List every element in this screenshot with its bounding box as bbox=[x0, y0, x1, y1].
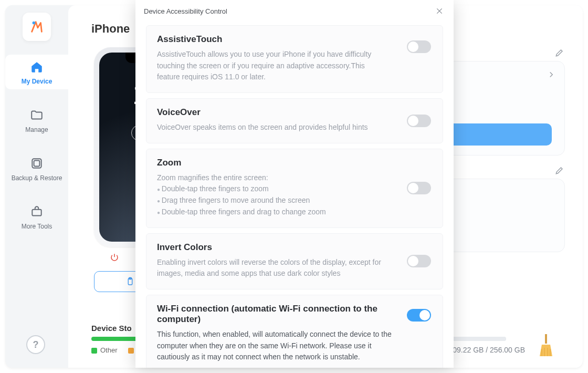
setting-assistivetouch: AssistiveTouch AssistiveTouch allows you… bbox=[146, 25, 443, 93]
setting-title: Wi-Fi connection (automatic Wi-Fi connec… bbox=[157, 304, 388, 325]
setting-bullet: Double-tap three fingers and drag to cha… bbox=[157, 206, 388, 218]
setting-desc: This function, when enabled, will automa… bbox=[157, 329, 404, 363]
setting-title: AssistiveTouch bbox=[157, 34, 432, 45]
toggle-zoom[interactable] bbox=[407, 182, 431, 194]
toggle-assistivetouch[interactable] bbox=[407, 40, 431, 53]
modal-title: Device Accessibility Control bbox=[144, 7, 227, 15]
setting-bullet: Double-tap three fingers to zoom bbox=[157, 183, 388, 195]
setting-zoom: Zoom Zoom magnifies the entire screen: D… bbox=[146, 149, 443, 228]
setting-title: VoiceOver bbox=[157, 107, 432, 118]
modal-header: Device Accessibility Control bbox=[135, 0, 454, 22]
setting-title: Zoom bbox=[157, 158, 432, 168]
setting-bullet: Drag three fingers to move around the sc… bbox=[157, 195, 388, 206]
setting-invert-colors: Invert Colors Enabling invert colors wil… bbox=[146, 233, 443, 289]
setting-desc: VoiceOver speaks items on the screen and… bbox=[157, 122, 388, 133]
accessibility-modal: Device Accessibility Control AssistiveTo… bbox=[135, 0, 454, 368]
setting-desc: AssistiveTouch allows you to use your iP… bbox=[157, 49, 388, 83]
setting-desc: Enabling invert colors will reverse the … bbox=[157, 257, 388, 279]
modal-body: AssistiveTouch AssistiveTouch allows you… bbox=[135, 22, 454, 368]
setting-desc: Zoom magnifies the entire screen: bbox=[157, 172, 432, 184]
toggle-voiceover[interactable] bbox=[407, 115, 431, 127]
toggle-invert-colors[interactable] bbox=[407, 255, 431, 267]
modal-close-button[interactable] bbox=[434, 5, 445, 17]
close-icon bbox=[435, 7, 444, 15]
setting-voiceover: VoiceOver VoiceOver speaks items on the … bbox=[146, 98, 443, 143]
setting-bullets: Double-tap three fingers to zoom Drag th… bbox=[157, 183, 388, 217]
setting-title: Invert Colors bbox=[157, 242, 432, 253]
setting-wifi-connection: Wi-Fi connection (automatic Wi-Fi connec… bbox=[146, 295, 443, 368]
toggle-wifi-connection[interactable] bbox=[407, 309, 431, 322]
